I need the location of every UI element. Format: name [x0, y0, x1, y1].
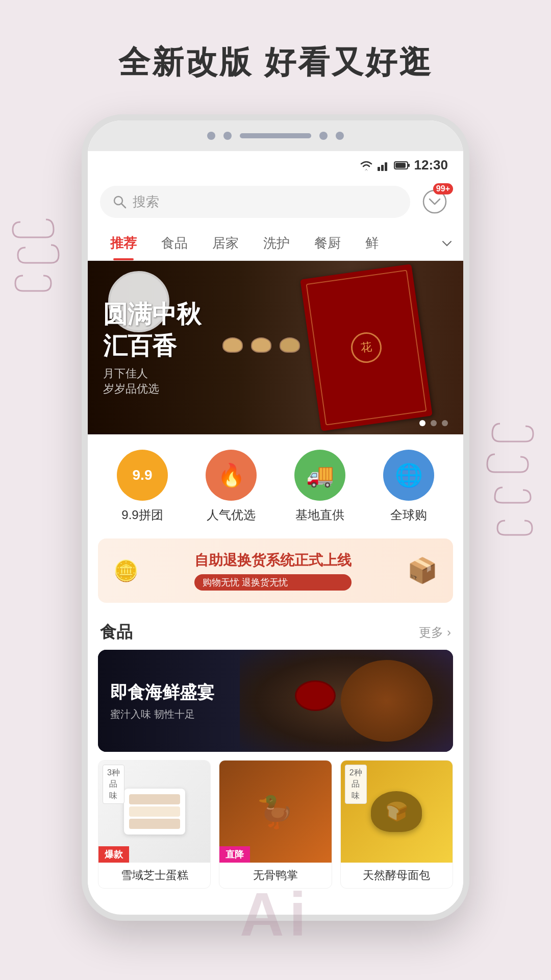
food-banner-text: 即食海鲜盛宴 蜜汁入味 韧性十足: [110, 681, 214, 721]
nav-tabs: 推荐 食品 居家 洗护 餐厨 鲜: [88, 226, 463, 261]
phone-frame: 12:30 搜索 99+: [82, 114, 469, 921]
battery-icon: [394, 161, 410, 170]
message-badge: 99+: [433, 183, 453, 194]
quick-item-direct[interactable]: 🚚 基地直供: [294, 450, 345, 523]
phone-dot-2: [223, 132, 232, 140]
product-grid: 3种品味 爆款 雪域芝士蛋糕: [88, 760, 463, 899]
svg-rect-1: [381, 165, 384, 171]
quick-icons-row: 9.9 9.9拼团 🔥 人气优选 🚚 基地直供: [88, 434, 463, 538]
svg-rect-5: [408, 164, 410, 167]
bread-image: 2种品味 🍞: [341, 761, 453, 863]
search-bar: 搜索 99+: [88, 177, 463, 226]
phone-top-bar: [88, 120, 463, 151]
food-section-more[interactable]: 更多 ›: [419, 624, 451, 641]
cake-name: 雪域芝士蛋糕: [98, 863, 210, 888]
food-section-title: 食品: [100, 621, 133, 644]
product-card-bread[interactable]: 2种品味 🍞 天然酵母面包: [340, 760, 453, 889]
wifi-icon: [359, 160, 373, 171]
banner-subtitle: 月下佳人岁岁品优选: [103, 366, 201, 397]
product-card-duck[interactable]: 🦆 直降 无骨鸭掌: [219, 760, 332, 889]
message-button[interactable]: 99+: [418, 185, 451, 218]
signal-icon: [378, 160, 390, 171]
banner-overlay: 圆满中秋汇百香 月下佳人岁岁品优选: [88, 261, 463, 434]
tab-home[interactable]: 居家: [200, 226, 251, 260]
page-title: 全新改版 好看又好逛: [0, 0, 551, 114]
product-card-cake[interactable]: 3种品味 爆款 雪域芝士蛋糕: [98, 760, 211, 889]
tab-recommended[interactable]: 推荐: [98, 226, 149, 260]
quick-item-global[interactable]: 🌐 全球购: [383, 450, 434, 523]
banner-dot-3: [442, 420, 448, 426]
cake-badge: 爆款: [98, 846, 129, 863]
direct-supply-icon: 🚚: [294, 450, 345, 501]
status-icons: 12:30: [359, 157, 448, 173]
svg-rect-2: [385, 162, 387, 171]
ai-watermark: Ai: [240, 879, 311, 949]
banner-dots: [419, 420, 448, 426]
group-buy-icon: 9.9: [117, 450, 168, 501]
search-placeholder: 搜索: [133, 193, 159, 211]
food-banner-subtitle: 蜜汁入味 韧性十足: [110, 707, 214, 721]
banner-text-area: 圆满中秋汇百香 月下佳人岁岁品优选: [103, 299, 201, 397]
svg-line-7: [121, 204, 126, 208]
phone-speaker: [240, 133, 311, 138]
svg-rect-0: [378, 167, 380, 171]
status-time: 12:30: [414, 157, 448, 173]
global-buy-icon: 🌐: [383, 450, 434, 501]
banner-dot-2: [431, 420, 437, 426]
global-buy-label: 全球购: [390, 507, 427, 523]
nav-more-button[interactable]: [441, 237, 453, 250]
promo-title: 自助退换货系统正式上线: [194, 551, 352, 570]
popular-icon: 🔥: [206, 450, 257, 501]
phone-dot-4: [336, 132, 344, 140]
duck-badge: 直降: [219, 846, 250, 863]
chevron-down-icon: [441, 237, 453, 250]
status-bar: 12:30: [88, 151, 463, 177]
direct-supply-label: 基地直供: [295, 507, 344, 523]
promo-box-icon: 📦: [407, 556, 438, 585]
quick-item-popular[interactable]: 🔥 人气优选: [206, 450, 257, 523]
hero-banner[interactable]: 花 圆满中秋汇百香 月下佳人: [88, 261, 463, 434]
tab-food[interactable]: 食品: [149, 226, 200, 260]
phone-dot-3: [319, 132, 328, 140]
quick-item-group-buy[interactable]: 9.9 9.9拼团: [117, 450, 168, 523]
promo-text: 自助退换货系统正式上线 购物无忧 退换货无忧: [194, 551, 352, 591]
bread-flavor-tag: 2种品味: [345, 765, 367, 804]
svg-rect-4: [395, 163, 406, 168]
duck-image: 🦆 直降: [219, 761, 331, 863]
tab-fresh[interactable]: 鲜: [353, 226, 391, 260]
cake-flavor-tag: 3种品味: [103, 765, 124, 804]
tab-care[interactable]: 洗护: [251, 226, 302, 260]
phone-mockup: 12:30 搜索 99+: [0, 114, 551, 921]
search-input-wrap[interactable]: 搜索: [100, 186, 410, 218]
phone-dot-1: [207, 132, 215, 140]
food-banner[interactable]: 即食海鲜盛宴 蜜汁入味 韧性十足: [98, 650, 453, 752]
promo-badge: 购物无忧 退换货无忧: [194, 574, 352, 591]
food-section-header: 食品 更多 ›: [88, 613, 463, 650]
popular-label: 人气优选: [207, 507, 256, 523]
promo-coin-icon: 🪙: [113, 559, 139, 583]
bread-name: 天然酵母面包: [341, 863, 453, 888]
food-banner-title: 即食海鲜盛宴: [110, 681, 214, 704]
banner-title: 圆满中秋汇百香: [103, 299, 201, 362]
promo-banner[interactable]: 🪙 自助退换货系统正式上线 购物无忧 退换货无忧 📦: [98, 538, 453, 603]
app-content: 搜索 99+ 推荐 食品 居家 洗护 餐厨 鲜: [88, 177, 463, 899]
search-icon: [112, 194, 127, 209]
cake-image: 3种品味 爆款: [98, 761, 210, 863]
banner-dot-1: [419, 420, 425, 426]
group-buy-label: 9.9拼团: [121, 507, 163, 523]
tab-kitchen[interactable]: 餐厨: [302, 226, 353, 260]
